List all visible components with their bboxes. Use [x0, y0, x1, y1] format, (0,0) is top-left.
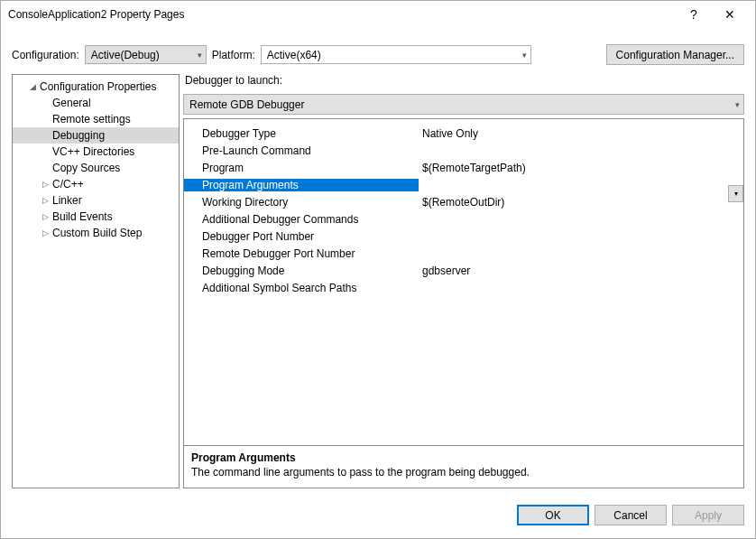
nav-tree[interactable]: ◢ Configuration Properties GeneralRemote… [12, 74, 180, 488]
tree-root[interactable]: ◢ Configuration Properties [13, 79, 179, 95]
expand-icon[interactable]: ▷ [40, 196, 51, 205]
tree-item-label: Debugging [51, 129, 105, 142]
tree-item[interactable]: General [13, 95, 179, 111]
tree-item[interactable]: ▷Build Events [13, 209, 179, 225]
configuration-label: Configuration: [12, 49, 79, 61]
chevron-down-icon: ▾ [735, 100, 740, 109]
property-value[interactable]: gdbserver [419, 265, 743, 277]
property-row[interactable]: Additional Symbol Search Paths [184, 279, 743, 296]
expand-icon[interactable]: ▷ [40, 212, 51, 221]
window-title: ConsoleApplication2 Property Pages [8, 8, 676, 21]
property-row[interactable]: Program$(RemoteTargetPath) [184, 159, 743, 176]
help-button[interactable]: ? [676, 7, 712, 22]
tree-item[interactable]: ▷Linker [13, 192, 179, 209]
tree-item-label: Custom Build Step [51, 227, 142, 239]
tree-item[interactable]: Debugging [13, 127, 179, 144]
tree-item[interactable]: VC++ Directories [13, 144, 179, 160]
property-row[interactable]: Debugger Port Number [184, 228, 743, 245]
tree-item-label: Build Events [51, 210, 113, 223]
tree-item-label: C/C++ [51, 178, 84, 191]
collapse-icon[interactable]: ◢ [27, 82, 38, 91]
property-name: Program Arguments [184, 179, 419, 191]
property-name: Remote Debugger Port Number [184, 247, 419, 260]
ok-button[interactable]: OK [517, 505, 589, 525]
tree-item-label: General [51, 97, 91, 109]
tree-item-label: Remote settings [51, 113, 131, 125]
tree-item[interactable]: ▷C/C++ [13, 176, 179, 192]
debugger-launch-label: Debugger to launch: [183, 74, 744, 90]
property-row[interactable]: Program Arguments▾ [184, 176, 743, 193]
tree-item[interactable]: Copy Sources [13, 160, 179, 176]
chevron-down-icon: ▾ [198, 51, 202, 60]
property-name: Working Directory [184, 196, 419, 209]
property-row[interactable]: Pre-Launch Command [184, 142, 743, 159]
property-name: Program [184, 162, 419, 174]
property-row[interactable]: Debugging Modegdbserver [184, 262, 743, 279]
expand-icon[interactable]: ▷ [40, 228, 51, 237]
dropdown-icon[interactable]: ▾ [728, 185, 743, 202]
configuration-combo[interactable]: Active(Debug) ▾ [85, 45, 207, 64]
property-name: Pre-Launch Command [184, 144, 419, 157]
close-button[interactable]: ✕ [712, 7, 748, 22]
cancel-button[interactable]: Cancel [595, 505, 667, 525]
expand-icon[interactable]: ▷ [40, 180, 51, 189]
platform-value: Active(x64) [267, 49, 321, 61]
property-value[interactable]: $(RemoteOutDir) [419, 196, 743, 209]
property-name: Debugging Mode [184, 265, 419, 277]
property-grid[interactable]: Debugger TypeNative OnlyPre-Launch Comma… [183, 118, 744, 488]
platform-combo[interactable]: Active(x64) ▾ [261, 45, 531, 64]
property-name: Additional Symbol Search Paths [184, 282, 419, 294]
platform-label: Platform: [212, 49, 255, 61]
description-title: Program Arguments [191, 451, 736, 464]
tree-item[interactable]: Remote settings [13, 111, 179, 127]
configuration-value: Active(Debug) [91, 49, 160, 61]
debugger-launch-combo[interactable]: Remote GDB Debugger ▾ [183, 94, 744, 115]
apply-button: Apply [672, 505, 744, 525]
debugger-launch-value: Remote GDB Debugger [189, 98, 304, 111]
property-row[interactable]: Working Directory$(RemoteOutDir) [184, 193, 743, 210]
property-row[interactable]: Debugger TypeNative Only [184, 125, 743, 142]
property-name: Additional Debugger Commands [184, 213, 419, 226]
tree-item-label: VC++ Directories [51, 145, 134, 158]
tree-item[interactable]: ▷Custom Build Step [13, 225, 179, 241]
property-row[interactable]: Additional Debugger Commands [184, 210, 743, 228]
tree-item-label: Linker [51, 194, 82, 207]
property-value[interactable]: Native Only [419, 127, 743, 140]
property-name: Debugger Port Number [184, 230, 419, 243]
configuration-manager-button[interactable]: Configuration Manager... [606, 44, 744, 65]
description-text: The command line arguments to pass to th… [191, 466, 736, 479]
chevron-down-icon: ▾ [522, 51, 527, 60]
property-row[interactable]: Remote Debugger Port Number [184, 245, 743, 262]
tree-item-label: Copy Sources [51, 162, 120, 174]
description-pane: Program Arguments The command line argum… [184, 445, 743, 488]
property-name: Debugger Type [184, 127, 419, 140]
property-value[interactable]: $(RemoteTargetPath) [419, 162, 743, 174]
